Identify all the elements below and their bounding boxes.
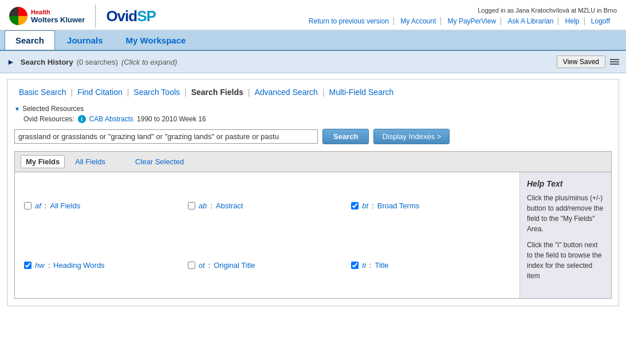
help-link[interactable]: Help (565, 17, 585, 25)
h-line-3 (610, 64, 619, 65)
view-saved-button[interactable]: View Saved (557, 56, 605, 68)
fields-grid: af : All Fields ab : Abstract bt : Broad… (15, 172, 519, 298)
display-indexes-button[interactable]: Display Indexes > (373, 129, 450, 144)
clear-selected-link[interactable]: Clear Selected (135, 157, 184, 166)
field-checkbox-ot[interactable] (188, 262, 195, 269)
logo-area: Health Wolters Kluwer OvidSP (9, 5, 156, 27)
fields-tabs: My Fields All Fields Clear Selected (15, 152, 611, 172)
field-checkbox-hw[interactable] (24, 262, 32, 269)
field-abbr-ot: ot (199, 261, 205, 270)
search-history-left: ► Search History (0 searches) (Click to … (7, 57, 177, 66)
fields-grid-container: af : All Fields ab : Abstract bt : Broad… (15, 172, 611, 298)
help-paragraph-1: Click the plus/minus (+/-) button to add… (527, 193, 604, 234)
field-name-af[interactable]: All Fields (50, 201, 80, 210)
search-button[interactable]: Search (322, 129, 369, 144)
resources-triangle-icon[interactable]: ▼ (14, 106, 20, 112)
resource-dates: 1990 to 2010 Week 16 (137, 115, 206, 123)
my-account-link[interactable]: My Account (400, 17, 441, 25)
ovid-resources-label: Ovid Resources: (23, 115, 74, 123)
ask-librarian-link[interactable]: Ask A Librarian (507, 17, 558, 25)
selected-resources-label: Selected Resources (22, 105, 84, 113)
fields-tab-all-fields[interactable]: All Fields (70, 156, 110, 168)
h-line-2 (610, 61, 619, 62)
field-checkbox-ti[interactable] (351, 262, 359, 269)
field-name-ot[interactable]: Original Title (214, 261, 255, 270)
fields-tab-my-fields[interactable]: My Fields (21, 155, 65, 168)
fields-area: My Fields All Fields Clear Selected af :… (14, 151, 612, 299)
field-abbr-ti: ti (362, 261, 366, 270)
search-nav-basic[interactable]: Basic Search (14, 86, 70, 98)
nav-tab-search[interactable]: Search (5, 30, 55, 50)
h-line-1 (610, 59, 619, 60)
field-item-ab: ab : Abstract (188, 180, 347, 231)
logoff-link[interactable]: Logoff (591, 17, 615, 25)
ovid-logo: OvidSP (106, 7, 155, 25)
help-title: Help Text (527, 179, 604, 188)
wk-logo-icon (9, 7, 27, 25)
logged-in-text: Logged in as Jana Kratochvílová at MZLU … (306, 7, 617, 14)
search-nav-fields[interactable]: Search Fields (187, 86, 248, 98)
return-prev-link[interactable]: Return to previous version (309, 17, 394, 25)
field-item-ti: ti : Title (351, 240, 510, 290)
nav-tab-journals[interactable]: Journals (56, 30, 114, 50)
field-checkbox-bt[interactable] (351, 202, 359, 209)
field-name-hw[interactable]: Heading Words (53, 261, 104, 270)
search-history-bar: ► Search History (0 searches) (Click to … (0, 51, 626, 73)
search-nav-tools[interactable]: Search Tools (129, 86, 184, 98)
field-name-bt[interactable]: Broad Terms (377, 201, 419, 210)
selected-resources-header: ▼ Selected Resources (14, 105, 612, 113)
content-area: Basic Search | Find Citation | Search To… (7, 79, 619, 306)
wk-name-label: Wolters Kluwer (31, 15, 85, 24)
nav-tab-workspace[interactable]: My Workspace (115, 30, 197, 50)
field-abbr-hw: hw (35, 261, 45, 270)
main-nav: Search Journals My Workspace (0, 30, 626, 51)
field-checkbox-ab[interactable] (188, 202, 195, 209)
wk-logo: Health Wolters Kluwer (9, 7, 85, 25)
help-text: Click the plus/minus (+/-) button to add… (527, 193, 604, 281)
logo-divider (95, 5, 96, 27)
resource-name[interactable]: CAB Abstracts (89, 115, 133, 123)
search-input-row: Search Display Indexes > (14, 129, 612, 144)
field-abbr-af: af (35, 201, 41, 210)
field-item-ot: ot : Original Title (188, 240, 347, 290)
search-nav-advanced[interactable]: Advanced Search (250, 86, 322, 98)
field-item-hw: hw : Heading Words (24, 240, 183, 290)
field-abbr-bt: bt (362, 201, 368, 210)
search-history-count: (0 searches) (77, 58, 118, 66)
wk-health-label: Health (31, 9, 85, 15)
header: Health Wolters Kluwer OvidSP Logged in a… (0, 0, 626, 30)
search-input[interactable] (14, 129, 318, 144)
search-nav-multifield[interactable]: Multi-Field Search (325, 86, 399, 98)
field-name-ab[interactable]: Abstract (216, 201, 243, 210)
search-history-right: View Saved (557, 56, 619, 68)
field-name-ti[interactable]: Title (375, 261, 388, 270)
header-right: Logged in as Jana Kratochvílová at MZLU … (306, 7, 617, 25)
wk-brand-text: Health Wolters Kluwer (31, 9, 85, 24)
field-item-bt: bt : Broad Terms (351, 180, 510, 231)
search-nav-links: Basic Search | Find Citation | Search To… (14, 86, 612, 98)
field-checkbox-af[interactable] (24, 202, 32, 209)
field-item-af: af : All Fields (24, 180, 183, 231)
ovid-resources-line: Ovid Resources: i CAB Abstracts 1990 to … (23, 115, 612, 123)
search-history-label: Search History (21, 58, 73, 66)
history-expand-icon[interactable]: ► (7, 57, 15, 66)
history-lines-icon (610, 59, 619, 65)
search-history-hint: (Click to expand) (121, 58, 178, 66)
info-icon[interactable]: i (78, 115, 86, 123)
my-ppv-link[interactable]: My PayPerView (448, 17, 501, 25)
selected-resources: ▼ Selected Resources Ovid Resources: i C… (14, 105, 612, 123)
header-links: Return to previous version My Account My… (306, 17, 617, 25)
field-abbr-ab: ab (199, 201, 207, 210)
help-panel: Help Text Click the plus/minus (+/-) but… (519, 172, 611, 298)
help-paragraph-2: Click the "i" button next to the field t… (527, 240, 604, 281)
search-nav-find-citation[interactable]: Find Citation (73, 86, 127, 98)
